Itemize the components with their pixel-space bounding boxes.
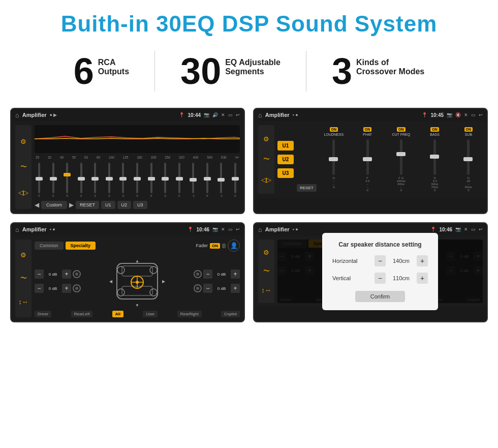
freq-more[interactable]: >> [235,156,239,159]
eq-slider-col-3[interactable]: 5 [63,163,72,197]
btn-rearright[interactable]: RearRight [177,311,202,317]
fader-slider-indicator: ||| [222,243,226,248]
eq-slider-col-11[interactable]: 0 [175,163,184,197]
dist-back-icon[interactable]: ↩ [479,227,483,232]
dist-sidebar: ⚙ 〜 ↕↔ [258,240,274,303]
fader-home-icon[interactable]: ⌂ [15,226,19,233]
fader-tab-common[interactable]: Common [35,242,64,250]
preset-u1[interactable]: U1 [277,141,294,151]
eq-app-name: Amplifier [22,112,47,118]
ch-sub-on[interactable]: ON [464,127,473,132]
modal-horizontal-label: Horizontal [332,258,370,264]
eq-reset-btn[interactable]: RESET [76,201,99,209]
ch-loudness-on[interactable]: ON [330,127,338,132]
eq-slider-col-15[interactable]: 0 [231,163,240,197]
eq-slider-col-1[interactable]: 0 [35,163,44,197]
mixer-sidebar-icon-3[interactable]: ◁▷ [261,176,271,184]
preset-u2[interactable]: U2 [277,155,294,164]
fader-sidebar-icon-1[interactable]: ⚙ [20,251,26,259]
eq-slider-col-9[interactable]: 0 [147,163,156,197]
dist-home-icon[interactable]: ⌂ [258,226,262,233]
ch-cutfreq-slider[interactable] [400,139,402,175]
eq-slider-col-7[interactable]: 0 [118,163,128,197]
eq-slider-col-14[interactable]: -1 [216,163,226,197]
horizontal-plus[interactable]: + [417,255,428,266]
eq-u2-btn[interactable]: U2 [117,201,132,209]
eq-prev-btn[interactable]: ◀ [35,201,39,208]
fader-back-icon[interactable]: ↩ [236,227,240,232]
fader-content: ⚙ 〜 ↕↔ Common Specialty Fader ON ||| 👤 [11,235,244,321]
preset-u3[interactable]: U3 [277,168,294,178]
eq-custom-btn[interactable]: Custom [41,201,67,209]
eq-slider-col-2[interactable]: 0 [49,163,58,197]
horizontal-minus[interactable]: − [375,255,386,266]
eq-vol-icon: 🔊 [212,112,218,117]
ch-sub-slider[interactable] [467,139,470,175]
channel-strips: ON LOUDNESS G~~0 ON PHAT F3.0~~0 [320,125,483,194]
mixer-home-icon[interactable]: ⌂ [258,111,262,119]
db2-plus[interactable]: + [62,284,71,293]
mixer-time: 10:45 [430,112,444,118]
ch-cutfreq-on[interactable]: ON [397,127,406,132]
freq-400: 400 [193,156,199,159]
btn-driver[interactable]: Driver [35,311,51,317]
dist-sidebar-icon-3[interactable]: ↕↔ [261,286,271,294]
eq-home-icon[interactable]: ⌂ [15,111,19,119]
btn-rearleft[interactable]: RearLeft [71,311,93,317]
vertical-minus[interactable]: − [375,273,386,284]
db2-val: 0 dB [45,286,60,291]
confirm-btn[interactable]: Confirm [355,291,406,302]
fader-sidebar-icon-2[interactable]: 〜 [20,274,27,283]
db1-minus[interactable]: − [35,270,44,279]
btn-user[interactable]: User [143,311,158,317]
eq-sidebar-icon-2[interactable]: 〜 [20,162,27,171]
mixer-reset-btn[interactable]: RESET [297,184,317,192]
btn-all[interactable]: All [112,311,123,317]
modal-horizontal-row: Horizontal − 140cm + [332,255,428,266]
db2-minus[interactable]: − [35,284,44,293]
fader-cam-icon: 📷 [212,227,218,232]
db4-minus[interactable]: − [203,284,212,293]
db4-plus[interactable]: + [231,284,240,293]
eq-slider-col-12[interactable]: -1 [189,163,198,197]
eq-slider-col-6[interactable]: 0 [105,163,114,197]
db3-plus[interactable]: + [231,270,240,279]
mixer-reset-col: RESET [297,125,317,194]
eq-next-btn[interactable]: ▶ [69,201,74,208]
stat-rca-line1: RCA [98,58,129,67]
eq-media-icon: ● ▶ [50,112,57,117]
eq-slider-col-10[interactable]: 0 [161,163,170,197]
dist-sidebar-icon-2[interactable]: 〜 [263,266,270,276]
stat-eq: 30 EQ Adjustable Segments [155,53,306,89]
ch-bass-slider[interactable] [433,139,436,175]
eq-sidebar-icon-3[interactable]: ◁▷ [18,189,28,196]
eq-back-icon[interactable]: ↩ [236,112,240,117]
ch-phat-slider[interactable] [366,139,369,175]
db3-minus[interactable]: − [203,270,212,279]
mixer-sidebar-icon-1[interactable]: ⚙ [263,135,269,143]
eq-u1-btn[interactable]: U1 [101,201,115,209]
ch-bass-on[interactable]: ON [430,127,439,132]
eq-slider-col-8[interactable]: 0 [133,163,142,197]
freq-630: 630 [221,156,227,159]
fader-tab-specialty[interactable]: Specialty [66,242,96,250]
mixer-back-icon[interactable]: ↩ [479,112,483,117]
eq-sidebar-icon-1[interactable]: ⚙ [20,138,26,145]
modal-vertical-row: Vertical − 110cm + [332,273,428,284]
ch-phat-on[interactable]: ON [363,127,372,132]
mixer-sidebar-icon-2[interactable]: 〜 [263,155,270,164]
fader-profile-icon[interactable]: 👤 [228,240,240,252]
fader-sidebar-icon-3[interactable]: ↕↔ [18,298,28,306]
db1-plus[interactable]: + [62,270,71,279]
fader-on-badge[interactable]: ON [210,243,220,249]
eq-slider-col-4[interactable]: 0 [77,163,86,197]
ch-loudness-slider[interactable] [332,139,335,175]
eq-slider-col-5[interactable]: 0 [90,163,100,197]
dist-sidebar-icon-1[interactable]: ⚙ [263,249,269,256]
freq-32: 32 [48,156,51,159]
btn-copilot[interactable]: Copilot [221,311,240,317]
fader-status-bar: ⌂ Amplifier ▪ ● 📍 10:46 📷 ✕ ▭ ↩ [11,223,244,235]
eq-u3-btn[interactable]: U3 [133,201,147,209]
vertical-plus[interactable]: + [417,273,428,284]
eq-slider-col-13[interactable]: 0 [203,163,212,197]
